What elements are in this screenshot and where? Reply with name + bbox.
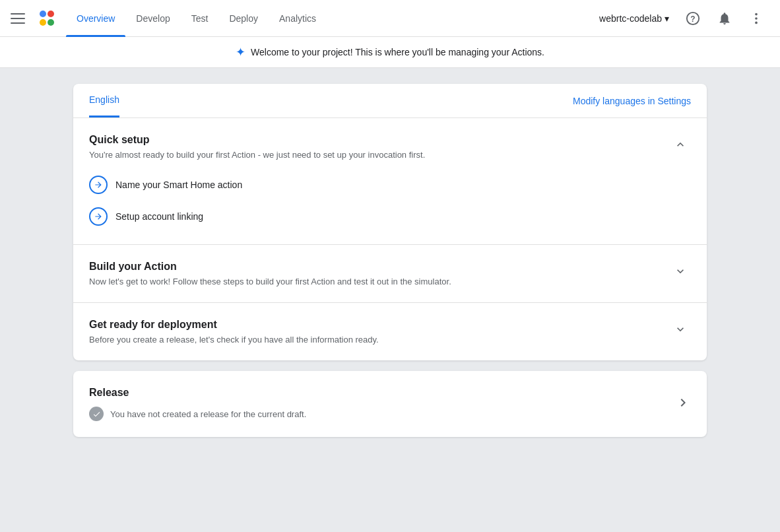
build-action-title: Build your Action (89, 261, 451, 273)
build-action-expand-button[interactable] (670, 261, 691, 282)
main-card: English Modify languages in Settings Qui… (73, 84, 707, 360)
topnav-right: webrtc-codelab ▾ ? (594, 5, 769, 32)
get-ready-description: Before you create a release, let's check… (89, 335, 379, 345)
release-chevron-button[interactable] (675, 395, 691, 414)
setup-account-linking-item[interactable]: Setup account linking (89, 205, 691, 228)
nav-item-deploy[interactable]: Deploy (218, 0, 269, 37)
project-selector[interactable]: webrtc-codelab ▾ (594, 11, 674, 26)
nav-item-analytics[interactable]: Analytics (269, 0, 327, 37)
get-ready-section: Get ready for deployment Before you crea… (73, 303, 707, 360)
quick-setup-header: Quick setup You're almost ready to build… (89, 134, 691, 160)
build-action-section: Build your Action Now let's get to work!… (73, 245, 707, 303)
release-info-text: You have not created a release for the c… (110, 409, 306, 419)
quick-setup-text: Quick setup You're almost ready to build… (89, 134, 425, 160)
google-logo (37, 8, 58, 29)
language-tabs: English Modify languages in Settings (73, 84, 707, 118)
hamburger-menu[interactable] (11, 11, 26, 26)
release-card: Release You have not created a release f… (73, 371, 707, 437)
project-dropdown-icon: ▾ (665, 13, 669, 24)
quick-setup-title: Quick setup (89, 134, 425, 146)
quick-setup-collapse-button[interactable] (670, 134, 691, 155)
release-left: Release You have not created a release f… (89, 387, 306, 421)
arrow-circle-icon-2 (89, 207, 108, 226)
nav-links: Overview Develop Test Deploy Analytics (66, 0, 327, 37)
name-smart-home-action-item[interactable]: Name your Smart Home action (89, 173, 691, 197)
check-circle-icon (89, 407, 104, 421)
release-info: You have not created a release for the c… (89, 407, 306, 421)
nav-item-develop[interactable]: Develop (125, 0, 180, 37)
svg-point-4 (755, 21, 758, 24)
get-ready-title: Get ready for deployment (89, 319, 379, 331)
project-name: webrtc-codelab (599, 13, 662, 24)
svg-point-3 (755, 17, 758, 20)
release-title: Release (89, 387, 306, 399)
get-ready-expand-button[interactable] (670, 319, 691, 340)
svg-point-2 (755, 13, 758, 15)
top-navigation: Overview Develop Test Deploy Analytics w… (0, 0, 780, 37)
build-action-description: Now let's get to work! Follow these step… (89, 277, 451, 286)
sparkle-icon: ✦ (236, 45, 245, 59)
welcome-text: Welcome to your project! This is where y… (251, 47, 544, 57)
modify-languages-link[interactable]: Modify languages in Settings (573, 96, 691, 106)
notifications-button[interactable] (711, 5, 738, 32)
welcome-banner: ✦ Welcome to your project! This is where… (0, 37, 780, 68)
more-options-button[interactable] (743, 5, 769, 32)
quick-setup-items: Name your Smart Home action Setup accoun… (89, 173, 691, 228)
name-smart-home-label: Name your Smart Home action (115, 180, 242, 190)
get-ready-header: Get ready for deployment Before you crea… (89, 319, 691, 345)
svg-text:?: ? (690, 14, 695, 23)
quick-setup-section: Quick setup You're almost ready to build… (73, 118, 707, 245)
english-tab[interactable]: English (89, 84, 119, 117)
nav-item-test[interactable]: Test (181, 0, 219, 37)
quick-setup-description: You're almost ready to build your first … (89, 150, 425, 160)
get-ready-text: Get ready for deployment Before you crea… (89, 319, 379, 345)
build-action-text: Build your Action Now let's get to work!… (89, 261, 451, 286)
main-content: English Modify languages in Settings Qui… (73, 68, 707, 453)
arrow-circle-icon (89, 176, 108, 194)
setup-account-linking-label: Setup account linking (115, 211, 203, 222)
build-action-header: Build your Action Now let's get to work!… (89, 261, 691, 286)
help-button[interactable]: ? (680, 5, 706, 32)
nav-item-overview[interactable]: Overview (66, 0, 125, 37)
